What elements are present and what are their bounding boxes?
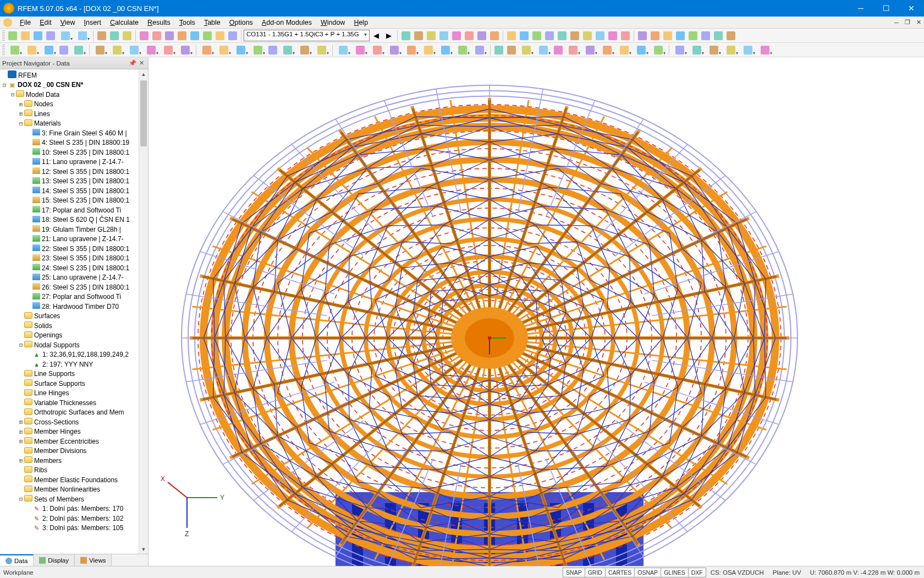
- tool-c1[interactable]: [400, 30, 412, 42]
- mdi-restore-button[interactable]: ❐: [902, 18, 913, 28]
- minimize-button[interactable]: ─: [848, 0, 873, 17]
- tree-material-item[interactable]: 26: Steel S 235 | DIN 18800:1: [1, 282, 139, 292]
- tool-b8[interactable]: [227, 30, 239, 42]
- tree-lines[interactable]: ⊞Lines: [1, 109, 139, 119]
- panel-tab-data[interactable]: Data: [0, 554, 34, 566]
- tool2-f3[interactable]: [706, 44, 722, 56]
- tool2-b3[interactable]: [126, 44, 142, 56]
- tree-nodes[interactable]: ⊞Nodes: [1, 100, 139, 110]
- navigator-tree[interactable]: RFEM⊟▣DOX 02 _00 CSN EN*⊟Model Data⊞Node…: [0, 69, 139, 554]
- loadcase-combo[interactable]: CO131 - 1.35G1 + 1.5QiC3 + P + 1.35G: [244, 30, 370, 41]
- tree-material-item[interactable]: 22: Steel S 355 | DIN 18800:1: [1, 244, 139, 254]
- tool-c6[interactable]: [463, 30, 475, 42]
- tree-sets-of-members[interactable]: ⊟Sets of Members: [1, 494, 139, 504]
- tool2-e1[interactable]: [493, 44, 505, 56]
- tree-nodal-supports[interactable]: ⊟Nodal Supports: [1, 340, 139, 350]
- tree-orthotropic[interactable]: Orthotropic Surfaces and Mem: [1, 408, 139, 418]
- mdi-minimize-button[interactable]: ─: [891, 18, 902, 28]
- tool-new[interactable]: [7, 30, 19, 42]
- tool-b3[interactable]: [163, 30, 175, 42]
- tool-b1[interactable]: [138, 30, 150, 42]
- tree-set-item[interactable]: ✎1: Dolní pás: Members: 170: [1, 504, 139, 514]
- tree-solids[interactable]: Solids: [1, 321, 139, 331]
- tool-c8[interactable]: [488, 30, 501, 42]
- tool2-d4[interactable]: [386, 44, 403, 56]
- tool2-b1[interactable]: [92, 44, 108, 56]
- tool2-b2[interactable]: [109, 44, 125, 56]
- tool-d1[interactable]: [505, 30, 518, 42]
- tree-material-item[interactable]: 11: Lano upravene | Z-14.7-: [1, 157, 139, 167]
- panel-tab-views[interactable]: Views: [75, 554, 112, 566]
- close-button[interactable]: ✕: [899, 0, 924, 17]
- tool-a2[interactable]: [108, 30, 120, 42]
- tool2-e10[interactable]: [633, 44, 650, 56]
- tool2-b4[interactable]: [143, 44, 160, 56]
- tool2-e3[interactable]: [518, 44, 535, 56]
- tool-b5[interactable]: [189, 30, 201, 42]
- tree-line-hinges[interactable]: Line Hinges: [1, 389, 139, 399]
- tool-open[interactable]: [19, 30, 31, 42]
- tool2-e8[interactable]: [599, 44, 615, 56]
- tool2-d2[interactable]: [352, 44, 369, 56]
- tree-material-item[interactable]: 12: Steel S 355 | DIN 18800:1: [1, 167, 139, 177]
- tool-d6[interactable]: [569, 30, 581, 42]
- tree-material-item[interactable]: 25: Lano upravene | Z-14.7-: [1, 273, 139, 283]
- tool-d8[interactable]: [594, 30, 606, 42]
- tool2-c5[interactable]: [267, 44, 279, 56]
- tool-e2[interactable]: [649, 30, 661, 42]
- menu-calculate[interactable]: Calculate: [106, 18, 143, 28]
- tree-openings[interactable]: Openings: [1, 331, 139, 341]
- tool-c7[interactable]: [476, 30, 488, 42]
- menu-file[interactable]: File: [15, 18, 35, 28]
- status-toggle-glines[interactable]: GLINES: [661, 568, 689, 577]
- tree-scrollbar[interactable]: ▲ ▼: [139, 69, 148, 554]
- tree-set-item[interactable]: ✎2: Dolní pás: Members: 102: [1, 514, 139, 524]
- tool-e7[interactable]: [712, 30, 724, 42]
- tool2-d9[interactable]: [471, 44, 488, 56]
- tree-material-item[interactable]: 24: Steel S 235 | DIN 18800:1: [1, 263, 139, 273]
- status-toggle-osnap[interactable]: OSNAP: [634, 568, 661, 577]
- tool2-f6[interactable]: [757, 44, 773, 56]
- tool-c4[interactable]: [438, 30, 450, 42]
- menu-table[interactable]: Table: [200, 18, 225, 28]
- model-viewport[interactable]: YZX: [148, 57, 924, 566]
- tree-project[interactable]: ⊟▣DOX 02 _00 CSN EN*: [1, 80, 139, 90]
- tool2-f2[interactable]: [689, 44, 705, 56]
- tool-d10[interactable]: [619, 30, 631, 42]
- tool2-a5[interactable]: [70, 44, 87, 56]
- tree-member-div[interactable]: Member Divisions: [1, 446, 139, 456]
- menu-tools[interactable]: Tools: [175, 18, 200, 28]
- tree-material-item[interactable]: 17: Poplar and Softwood Ti: [1, 205, 139, 215]
- menu-results[interactable]: Results: [143, 18, 175, 28]
- tool2-c1[interactable]: [199, 44, 215, 56]
- panel-pin-button[interactable]: 📌: [128, 59, 137, 68]
- tool2-d8[interactable]: [454, 44, 471, 56]
- tool-d7[interactable]: [581, 30, 593, 42]
- tool2-e7[interactable]: [582, 44, 598, 56]
- tool-undo[interactable]: [57, 30, 74, 42]
- menu-help[interactable]: Help: [349, 18, 372, 28]
- tool2-a4[interactable]: [58, 44, 70, 56]
- menu-window[interactable]: Window: [316, 18, 349, 28]
- panel-tab-display[interactable]: Display: [34, 554, 75, 566]
- tree-member-ecc[interactable]: ⊞Member Eccentricities: [1, 437, 139, 446]
- tool2-e6[interactable]: [565, 44, 581, 56]
- menu-view[interactable]: View: [56, 18, 80, 28]
- tool2-f5[interactable]: [740, 44, 756, 56]
- tool2-d1[interactable]: [335, 44, 351, 56]
- tree-material-item[interactable]: 14: Steel S 355 | DIN 18800:1: [1, 186, 139, 196]
- tool2-f1[interactable]: [672, 44, 688, 56]
- tool2-b5[interactable]: [160, 44, 177, 56]
- tool-d9[interactable]: [607, 30, 619, 42]
- tool2-a1[interactable]: [7, 44, 23, 56]
- tool2-c4[interactable]: [250, 44, 266, 56]
- tool-combo-prev[interactable]: ◀: [370, 30, 382, 42]
- status-toggle-snap[interactable]: SNAP: [563, 568, 585, 577]
- tool2-e9[interactable]: [616, 44, 632, 56]
- tool2-a3[interactable]: [41, 44, 57, 56]
- tree-material-item[interactable]: 13: Steel S 235 | DIN 18800:1: [1, 177, 139, 187]
- tree-material-item[interactable]: 23: Steel S 355 | DIN 18800:1: [1, 254, 139, 264]
- status-toggle-cartes[interactable]: CARTES: [605, 568, 635, 577]
- tree-set-item[interactable]: ✎3: Dolní pás: Members: 105: [1, 524, 139, 533]
- tree-materials[interactable]: ⊟Materials: [1, 119, 139, 129]
